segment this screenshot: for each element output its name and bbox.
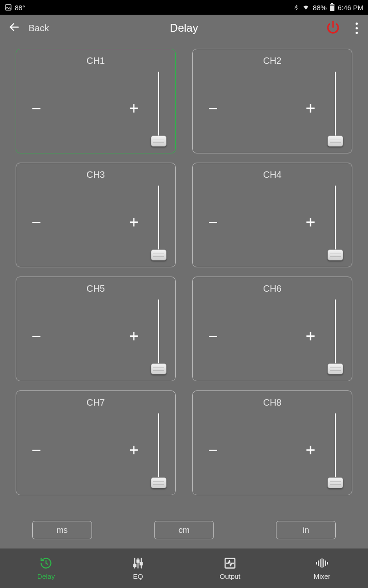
increment-button[interactable]: + [121, 323, 147, 349]
decrement-button[interactable]: − [23, 437, 49, 463]
delay-slider[interactable] [150, 183, 168, 261]
decrement-button[interactable]: − [23, 209, 49, 235]
overflow-menu-button[interactable] [354, 21, 360, 36]
channel-card-ch3[interactable]: CH3 − + [16, 163, 176, 267]
channel-label: CH8 [200, 397, 345, 411]
delay-slider[interactable] [150, 69, 168, 147]
bluetooth-icon [293, 4, 299, 11]
delay-slider[interactable] [326, 69, 345, 147]
decrement-button[interactable]: − [200, 437, 226, 463]
status-right: 88% 6:46 PM [293, 3, 363, 11]
channel-label: CH3 [23, 170, 168, 183]
decrement-button[interactable]: − [200, 323, 226, 349]
svg-rect-11 [140, 562, 143, 565]
page-title: Delay [170, 22, 198, 34]
unit-in-button[interactable]: in [276, 521, 336, 539]
increment-button[interactable]: + [298, 209, 323, 235]
increment-button[interactable]: + [298, 96, 323, 121]
increment-button[interactable]: + [121, 96, 147, 121]
output-pulse-icon [224, 557, 236, 570]
clock-text: 6:46 PM [338, 4, 363, 11]
delay-slider[interactable] [326, 411, 345, 489]
channel-card-ch5[interactable]: CH5 − + [16, 277, 176, 381]
channel-label: CH7 [23, 397, 168, 411]
nav-output[interactable]: Output [184, 548, 276, 588]
slider-thumb-icon[interactable] [328, 477, 343, 488]
app-header: Back Delay [0, 15, 368, 41]
channel-grid: CH1 − + CH2 − + CH3 − + [0, 41, 368, 499]
nav-label: Mixer [314, 572, 331, 580]
svg-rect-9 [134, 564, 136, 566]
mixer-waveform-icon [315, 557, 329, 570]
battery-percent-text: 88% [313, 4, 327, 11]
channel-label: CH1 [23, 56, 168, 69]
channel-card-ch2[interactable]: CH2 − + [192, 49, 352, 153]
delay-icon [40, 557, 52, 570]
slider-thumb-icon[interactable] [151, 477, 167, 488]
picture-icon [5, 4, 12, 11]
delay-slider[interactable] [326, 297, 345, 375]
decrement-button[interactable]: − [23, 96, 49, 121]
delay-slider[interactable] [150, 297, 168, 375]
decrement-button[interactable]: − [200, 209, 226, 235]
increment-button[interactable]: + [298, 437, 323, 463]
unit-cm-button[interactable]: cm [154, 521, 214, 539]
nav-mixer[interactable]: Mixer [276, 548, 368, 588]
slider-thumb-icon[interactable] [151, 249, 167, 260]
nav-label: Output [219, 572, 240, 580]
nav-label: EQ [133, 572, 143, 580]
slider-thumb-icon[interactable] [151, 363, 167, 374]
svg-rect-0 [6, 5, 11, 10]
channel-label: CH2 [200, 56, 345, 69]
slider-thumb-icon[interactable] [328, 363, 343, 374]
slider-thumb-icon[interactable] [328, 249, 343, 260]
slider-thumb-icon[interactable] [328, 136, 343, 147]
decrement-button[interactable]: − [23, 323, 49, 349]
power-button[interactable] [326, 20, 340, 36]
unit-selector-row: ms cm in [0, 499, 368, 548]
increment-button[interactable]: + [298, 323, 323, 349]
back-button[interactable]: Back [8, 21, 49, 35]
channel-card-ch1[interactable]: CH1 − + [16, 49, 176, 153]
back-label: Back [29, 23, 49, 34]
channel-label: CH5 [23, 283, 168, 297]
channel-label: CH6 [200, 283, 345, 297]
arrow-left-icon [8, 21, 20, 35]
status-left: 88° [5, 4, 25, 11]
eq-sliders-icon [132, 557, 144, 570]
battery-icon [329, 3, 335, 11]
nav-delay[interactable]: Delay [0, 548, 92, 588]
channel-card-ch8[interactable]: CH8 − + [192, 390, 352, 495]
decrement-button[interactable]: − [200, 96, 226, 121]
channel-label: CH4 [200, 170, 345, 183]
increment-button[interactable]: + [121, 209, 147, 235]
svg-rect-2 [331, 3, 333, 4]
android-status-bar: 88° 88% 6:46 PM [0, 0, 368, 15]
temperature-badge: 88° [15, 4, 25, 11]
unit-ms-button[interactable]: ms [32, 521, 92, 539]
svg-rect-10 [137, 560, 139, 562]
delay-slider[interactable] [326, 183, 345, 261]
bottom-nav: Delay EQ Output Mixer [0, 548, 368, 588]
svg-rect-3 [330, 5, 334, 6]
channel-card-ch7[interactable]: CH7 − + [16, 390, 176, 495]
delay-slider[interactable] [150, 411, 168, 489]
wifi-icon [302, 4, 310, 11]
slider-thumb-icon[interactable] [151, 136, 167, 147]
increment-button[interactable]: + [121, 437, 147, 463]
nav-eq[interactable]: EQ [92, 548, 184, 588]
channel-card-ch4[interactable]: CH4 − + [192, 163, 352, 267]
channel-card-ch6[interactable]: CH6 − + [192, 277, 352, 381]
nav-label: Delay [37, 572, 55, 580]
